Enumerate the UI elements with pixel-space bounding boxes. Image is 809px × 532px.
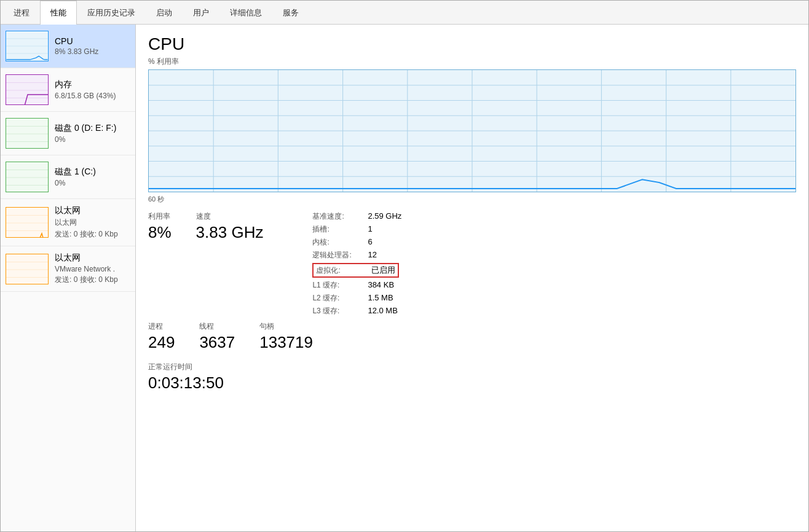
virt-key: 虚拟化:: [316, 265, 365, 276]
stats-section: 利用率 8% 速度 3.83 GHz 基准速度: 2.59 GHz: [148, 211, 796, 316]
tab-details[interactable]: 详细信息: [219, 1, 272, 25]
info-row-virt: 虚拟化: 已启用: [312, 263, 401, 278]
cpu-sidebar-info: CPU 8% 3.83 GHz: [55, 36, 130, 56]
svg-rect-4: [6, 75, 49, 105]
logical-val: 12: [368, 250, 376, 259]
cpu-chart-svg: [149, 70, 795, 192]
sidebar-item-disk0[interactable]: 磁盘 0 (D: E: F:) 0%: [1, 112, 135, 155]
ethernet2-sidebar-title: 以太网: [55, 252, 130, 264]
utilization-label: 利用率: [148, 211, 172, 222]
disk0-thumbnail: [6, 118, 49, 149]
disk1-sidebar-title: 磁盘 1 (C:): [55, 166, 130, 178]
chart-time-label: 60 秒: [148, 195, 796, 204]
thread-value: 3637: [199, 333, 235, 352]
svg-rect-20: [6, 254, 49, 284]
memory-mini-graph: [6, 75, 49, 105]
cpu-thumbnail: [6, 31, 49, 61]
sidebar-item-disk1[interactable]: 磁盘 1 (C:) 0%: [1, 155, 135, 199]
handle-stat: 句柄 133719: [259, 321, 313, 352]
sidebar-item-memory[interactable]: 内存 6.8/15.8 GB (43%): [1, 68, 135, 112]
ethernet1-sidebar-subtitle2: 发送: 0 接收: 0 Kbp: [55, 229, 130, 240]
base-speed-val: 2.59 GHz: [368, 211, 401, 221]
ethernet2-sidebar-subtitle2: 发送: 0 接收: 0 Kbp: [55, 275, 130, 285]
disk0-sidebar-info: 磁盘 0 (D: E: F:) 0%: [55, 123, 130, 144]
ethernet2-sidebar-info: 以太网 VMware Network . 发送: 0 接收: 0 Kbp: [55, 252, 130, 285]
socket-val: 1: [368, 224, 372, 233]
info-row-l2: L2 缓存: 1.5 MB: [312, 293, 401, 303]
tab-process[interactable]: 进程: [3, 1, 40, 25]
core-key: 内核:: [312, 237, 361, 248]
ethernet2-thumbnail: [6, 254, 49, 284]
ethernet1-mini-graph: [6, 208, 49, 238]
info-row-l3: L3 缓存: 12.0 MB: [312, 306, 401, 316]
tab-services[interactable]: 服务: [272, 1, 309, 25]
l1-val: 384 KB: [368, 280, 394, 289]
sidebar: CPU 8% 3.83 GHz 内存: [1, 25, 136, 531]
disk1-thumbnail: [6, 162, 49, 192]
ethernet1-sidebar-subtitle: 以太网: [55, 217, 130, 228]
right-panel: CPU % 利用率: [136, 25, 808, 531]
cpu-chart: [148, 69, 796, 192]
l2-key: L2 缓存:: [312, 293, 361, 303]
info-row-core: 内核: 6: [312, 237, 401, 248]
memory-thumbnail: [6, 74, 49, 105]
uptime-label: 正常运行时间: [148, 362, 796, 372]
speed-value: 3.83 GHz: [196, 223, 264, 242]
main-content: CPU 8% 3.83 GHz 内存: [1, 25, 808, 531]
speed-label: 速度: [196, 211, 264, 222]
core-val: 6: [368, 237, 372, 246]
info-right: 基准速度: 2.59 GHz 插槽: 1 内核: 6 逻辑处理器:: [312, 211, 401, 316]
virt-val: 已启用: [371, 265, 395, 276]
ethernet1-sidebar-info: 以太网 以太网 发送: 0 接收: 0 Kbp: [55, 205, 130, 240]
tab-startup[interactable]: 启动: [146, 1, 183, 25]
logical-key: 逻辑处理器:: [312, 250, 361, 260]
proc-stats-section: 进程 249 线程 3637 句柄 133719: [148, 321, 796, 352]
tab-bar: 进程 性能 应用历史记录 启动 用户 详细信息 服务: [1, 1, 808, 25]
cpu-sidebar-title: CPU: [55, 36, 130, 46]
info-row-base-speed: 基准速度: 2.59 GHz: [312, 211, 401, 222]
tab-users[interactable]: 用户: [183, 1, 219, 25]
sidebar-item-cpu[interactable]: CPU 8% 3.83 GHz: [1, 25, 135, 68]
process-stat: 进程 249: [148, 321, 175, 352]
svg-rect-8: [6, 119, 49, 149]
tab-app-history[interactable]: 应用历史记录: [77, 1, 146, 25]
disk0-sidebar-title: 磁盘 0 (D: E: F:): [55, 123, 130, 134]
base-speed-key: 基准速度:: [312, 211, 361, 222]
cpu-mini-graph: [6, 31, 48, 61]
ethernet1-sidebar-title: 以太网: [55, 205, 130, 216]
handle-label: 句柄: [259, 321, 313, 332]
info-column: 基准速度: 2.59 GHz 插槽: 1 内核: 6 逻辑处理器:: [312, 211, 401, 316]
speed-stat: 速度 3.83 GHz: [196, 211, 264, 316]
cpu-sidebar-subtitle: 8% 3.83 GHz: [55, 47, 130, 56]
l3-key: L3 缓存:: [312, 306, 361, 316]
info-row-socket: 插槽: 1: [312, 224, 401, 235]
ethernet1-thumbnail: [6, 207, 49, 238]
thread-stat: 线程 3637: [199, 321, 235, 352]
memory-sidebar-title: 内存: [55, 79, 130, 90]
chart-label: % 利用率: [148, 57, 796, 67]
svg-rect-12: [6, 162, 49, 192]
handle-value: 133719: [259, 333, 313, 352]
info-row-l1: L1 缓存: 384 KB: [312, 280, 401, 291]
sidebar-item-ethernet1[interactable]: 以太网 以太网 发送: 0 接收: 0 Kbp: [1, 199, 135, 246]
memory-sidebar-subtitle: 6.8/15.8 GB (43%): [55, 92, 130, 100]
disk1-mini-graph: [6, 162, 49, 192]
tab-performance[interactable]: 性能: [40, 1, 77, 25]
ethernet2-sidebar-subtitle: VMware Network .: [55, 265, 130, 273]
disk1-sidebar-subtitle: 0%: [55, 179, 130, 187]
task-manager-window: 进程 性能 应用历史记录 启动 用户 详细信息 服务: [0, 0, 809, 532]
utilization-stat: 利用率 8%: [148, 211, 172, 316]
uptime-value: 0:03:13:50: [148, 374, 796, 393]
uptime-section: 正常运行时间 0:03:13:50: [148, 362, 796, 393]
memory-sidebar-info: 内存 6.8/15.8 GB (43%): [55, 79, 130, 100]
utilization-value: 8%: [148, 223, 172, 242]
ethernet2-mini-graph: [6, 254, 49, 284]
sidebar-item-ethernet2[interactable]: 以太网 VMware Network . 发送: 0 接收: 0 Kbp: [1, 246, 135, 292]
l1-key: L1 缓存:: [312, 280, 361, 291]
thread-label: 线程: [199, 321, 235, 332]
process-label: 进程: [148, 321, 175, 332]
panel-title: CPU: [148, 34, 796, 54]
process-value: 249: [148, 333, 175, 352]
l2-val: 1.5 MB: [368, 293, 393, 302]
disk0-mini-graph: [6, 119, 49, 149]
